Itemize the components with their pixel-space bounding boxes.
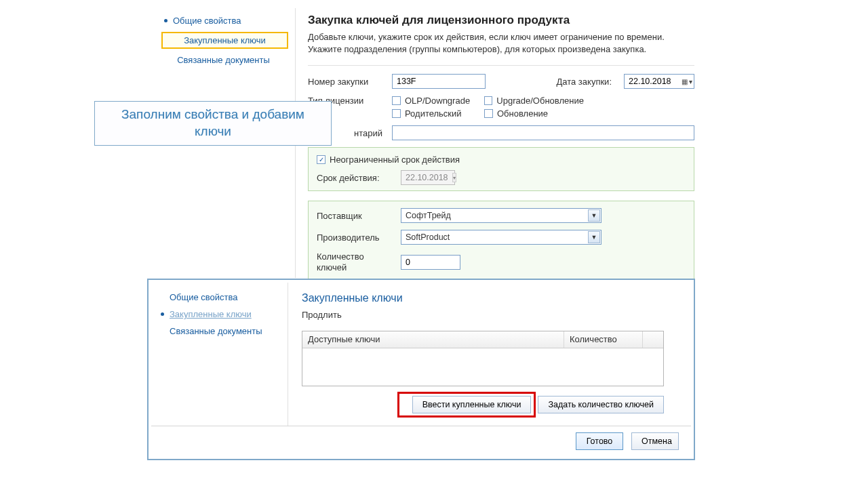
enter-keys-button[interactable]: Ввести купленные ключи [412,396,532,413]
page-subtitle: Добавьте ключи, укажите срок их действия… [308,31,694,56]
bullet-icon [161,312,164,316]
sidebar-item-keys[interactable]: Закупленные ключи [161,32,288,49]
checkbox-icon [484,109,493,118]
supplier-select[interactable]: СофтТрейд ▼ [401,208,601,223]
manufacturer-label: Производитель [317,232,393,243]
license-olp-checkbox[interactable]: OLP/Downgrade [392,96,480,106]
comment-input[interactable] [392,125,694,140]
license-parent-checkbox[interactable]: Родительский [392,108,480,119]
done-button[interactable]: Готово [576,432,623,450]
dialog-footer: Готово Отмена [149,426,694,456]
expiry-label: Срок действия: [317,173,393,183]
checkbox-icon [392,109,401,118]
divider [308,65,694,66]
vendor-group: Поставщик СофтТрейд ▼ Производитель Soft… [308,201,694,279]
purchase-number-label: Номер закупки [308,77,384,87]
bullet-icon [164,19,167,22]
keys-table: Доступные ключи Количество [302,331,664,386]
keys-dialog: Общие свойства Закупленные ключи Связанн… [147,279,695,460]
dialog-sidebar: Общие свойства Закупленные ключи Связанн… [151,283,288,426]
column-quantity: Количество [564,331,643,348]
calendar-icon: ▾ [452,173,456,182]
key-count-input[interactable] [401,255,460,270]
unlimited-checkbox[interactable]: ✓ Неограниченный срок действия [317,155,686,165]
chevron-down-icon: ▼ [588,231,600,243]
column-available: Доступные ключи [302,331,564,348]
sidebar-item-keys[interactable]: Закупленные ключи [159,309,279,319]
expiry-date-input: 22.10.2018 ▾ [401,170,455,185]
checkbox-icon [484,96,492,105]
license-upgrade-checkbox[interactable]: Upgrade/Обновление [484,96,586,106]
validity-group: ✓ Неограниченный срок действия Срок дейс… [308,147,694,191]
extend-link[interactable]: Продлить [302,310,677,320]
sidebar-item-label: Общие свойства [173,16,241,26]
sidebar-item-docs[interactable]: Связанные документы [159,326,279,336]
sidebar-item-common[interactable]: Общие свойства [161,14,288,28]
license-update-checkbox[interactable]: Обновление [484,108,586,119]
chevron-down-icon: ▾ [689,78,692,85]
column-spacer [643,331,663,348]
purchase-date-label: Дата закупки: [556,77,612,87]
calendar-icon[interactable]: ▦▾ [680,75,694,88]
checkbox-icon: ✓ [317,155,326,164]
supplier-label: Поставщик [317,211,393,221]
dialog-title: Закупленные ключи [302,292,677,304]
key-count-label: Количество ключей [317,251,393,272]
checkbox-icon [392,96,401,105]
set-quantity-button[interactable]: Задать количество ключей [538,396,664,413]
sidebar-item-docs[interactable]: Связанные документы [161,53,288,67]
sidebar-item-common[interactable]: Общие свойства [159,292,279,302]
manufacturer-select[interactable]: SoftProduct ▼ [401,230,601,245]
cancel-button[interactable]: Отмена [631,432,679,450]
main-form: Закупка ключей для лицензионного продукт… [296,8,707,278]
purchase-number-input[interactable] [392,74,486,89]
tutorial-callout: Заполним свойства и добавим ключи [94,101,332,146]
page-title: Закупка ключей для лицензионного продукт… [308,14,694,27]
sidebar-item-label: Связанные документы [177,55,270,65]
sidebar-item-label: Закупленные ключи [184,35,266,45]
chevron-down-icon: ▼ [588,209,600,222]
dialog-main: Закупленные ключи Продлить Доступные клю… [288,283,691,426]
